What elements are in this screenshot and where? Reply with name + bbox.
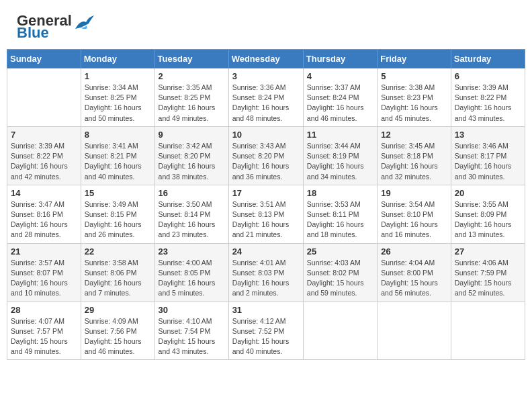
calendar-cell: 15Sunrise: 3:49 AM Sunset: 8:15 PM Dayli… [81, 185, 154, 243]
day-info: Sunrise: 3:58 AM Sunset: 8:06 PM Dayligh… [85, 258, 151, 299]
calendar-week-row: 1Sunrise: 3:34 AM Sunset: 8:25 PM Daylig… [7, 68, 525, 127]
calendar-cell: 26Sunrise: 4:04 AM Sunset: 8:00 PM Dayli… [378, 243, 451, 302]
day-number: 8 [85, 130, 151, 140]
day-info: Sunrise: 4:00 AM Sunset: 8:05 PM Dayligh… [159, 258, 225, 299]
day-info: Sunrise: 4:06 AM Sunset: 7:59 PM Dayligh… [455, 258, 521, 299]
day-number: 21 [11, 246, 77, 257]
calendar-cell: 12Sunrise: 3:45 AM Sunset: 8:18 PM Dayli… [378, 126, 451, 185]
column-header-thursday: Thursday [303, 50, 377, 68]
day-number: 9 [159, 130, 225, 140]
day-number: 12 [381, 130, 447, 140]
calendar-cell: 23Sunrise: 4:00 AM Sunset: 8:05 PM Dayli… [154, 243, 228, 302]
day-info: Sunrise: 3:55 AM Sunset: 8:09 PM Dayligh… [455, 199, 521, 240]
calendar-cell: 31Sunrise: 4:12 AM Sunset: 7:52 PM Dayli… [228, 302, 303, 360]
calendar-header-row: SundayMondayTuesdayWednesdayThursdayFrid… [7, 50, 525, 68]
day-number: 7 [11, 130, 77, 140]
logo-bird-icon [74, 14, 95, 33]
calendar-cell: 8Sunrise: 3:41 AM Sunset: 8:21 PM Daylig… [81, 126, 154, 185]
calendar-cell: 4Sunrise: 3:37 AM Sunset: 8:24 PM Daylig… [303, 68, 377, 127]
calendar-cell: 3Sunrise: 3:36 AM Sunset: 8:24 PM Daylig… [228, 68, 303, 127]
day-info: Sunrise: 3:46 AM Sunset: 8:17 PM Dayligh… [455, 141, 521, 182]
calendar-cell [378, 302, 451, 360]
day-number: 4 [307, 71, 373, 81]
calendar-cell [303, 302, 377, 360]
day-number: 5 [381, 71, 447, 81]
day-info: Sunrise: 3:35 AM Sunset: 8:25 PM Dayligh… [159, 83, 225, 124]
day-info: Sunrise: 4:12 AM Sunset: 7:52 PM Dayligh… [232, 316, 300, 357]
calendar-cell [7, 68, 81, 127]
day-info: Sunrise: 4:04 AM Sunset: 8:00 PM Dayligh… [381, 258, 447, 299]
column-header-saturday: Saturday [451, 50, 525, 68]
day-info: Sunrise: 3:34 AM Sunset: 8:25 PM Dayligh… [85, 83, 151, 124]
day-info: Sunrise: 4:03 AM Sunset: 8:02 PM Dayligh… [307, 258, 373, 299]
day-number: 23 [159, 246, 225, 257]
day-number: 16 [159, 188, 225, 198]
day-number: 19 [381, 188, 447, 198]
day-info: Sunrise: 3:44 AM Sunset: 8:19 PM Dayligh… [307, 141, 373, 182]
day-info: Sunrise: 3:39 AM Sunset: 8:22 PM Dayligh… [455, 83, 521, 124]
calendar-cell: 5Sunrise: 3:38 AM Sunset: 8:23 PM Daylig… [378, 68, 451, 127]
day-info: Sunrise: 3:36 AM Sunset: 8:24 PM Dayligh… [232, 83, 300, 124]
calendar-cell: 1Sunrise: 3:34 AM Sunset: 8:25 PM Daylig… [81, 68, 154, 127]
day-info: Sunrise: 3:39 AM Sunset: 8:22 PM Dayligh… [11, 141, 77, 182]
calendar-cell: 7Sunrise: 3:39 AM Sunset: 8:22 PM Daylig… [7, 126, 81, 185]
calendar-cell: 29Sunrise: 4:09 AM Sunset: 7:56 PM Dayli… [81, 302, 154, 360]
day-info: Sunrise: 3:41 AM Sunset: 8:21 PM Dayligh… [85, 141, 151, 182]
day-number: 27 [455, 246, 521, 257]
day-number: 24 [232, 246, 300, 257]
day-info: Sunrise: 3:57 AM Sunset: 8:07 PM Dayligh… [11, 258, 77, 299]
calendar-cell: 16Sunrise: 3:50 AM Sunset: 8:14 PM Dayli… [154, 185, 228, 243]
day-number: 22 [85, 246, 151, 257]
day-number: 10 [232, 130, 300, 140]
day-info: Sunrise: 3:53 AM Sunset: 8:11 PM Dayligh… [307, 199, 373, 240]
day-number: 31 [232, 305, 300, 315]
day-info: Sunrise: 3:50 AM Sunset: 8:14 PM Dayligh… [159, 199, 225, 240]
column-header-tuesday: Tuesday [154, 50, 228, 68]
logo: General Blue [17, 13, 95, 40]
calendar-cell: 27Sunrise: 4:06 AM Sunset: 7:59 PM Dayli… [451, 243, 525, 302]
day-info: Sunrise: 3:51 AM Sunset: 8:13 PM Dayligh… [232, 199, 300, 240]
calendar-cell: 14Sunrise: 3:47 AM Sunset: 8:16 PM Dayli… [7, 185, 81, 243]
calendar-cell: 28Sunrise: 4:07 AM Sunset: 7:57 PM Dayli… [7, 302, 81, 360]
calendar-cell: 20Sunrise: 3:55 AM Sunset: 8:09 PM Dayli… [451, 185, 525, 243]
day-info: Sunrise: 3:49 AM Sunset: 8:15 PM Dayligh… [85, 199, 151, 240]
day-info: Sunrise: 4:10 AM Sunset: 7:54 PM Dayligh… [159, 316, 225, 357]
day-number: 20 [455, 188, 521, 198]
day-info: Sunrise: 3:38 AM Sunset: 8:23 PM Dayligh… [381, 83, 447, 124]
day-number: 29 [85, 305, 151, 315]
day-info: Sunrise: 4:07 AM Sunset: 7:57 PM Dayligh… [11, 316, 77, 357]
day-number: 13 [455, 130, 521, 140]
page-header: General Blue [7, 7, 525, 44]
calendar-table: SundayMondayTuesdayWednesdayThursdayFrid… [7, 49, 525, 360]
calendar-cell: 11Sunrise: 3:44 AM Sunset: 8:19 PM Dayli… [303, 126, 377, 185]
day-info: Sunrise: 3:54 AM Sunset: 8:10 PM Dayligh… [381, 199, 447, 240]
column-header-monday: Monday [81, 50, 154, 68]
day-info: Sunrise: 3:42 AM Sunset: 8:20 PM Dayligh… [159, 141, 225, 182]
column-header-friday: Friday [378, 50, 451, 68]
calendar-week-row: 14Sunrise: 3:47 AM Sunset: 8:16 PM Dayli… [7, 185, 525, 243]
calendar-cell: 18Sunrise: 3:53 AM Sunset: 8:11 PM Dayli… [303, 185, 377, 243]
day-number: 11 [307, 130, 373, 140]
column-header-sunday: Sunday [7, 50, 81, 68]
calendar-cell: 19Sunrise: 3:54 AM Sunset: 8:10 PM Dayli… [378, 185, 451, 243]
day-number: 15 [85, 188, 151, 198]
calendar-week-row: 28Sunrise: 4:07 AM Sunset: 7:57 PM Dayli… [7, 302, 525, 360]
day-number: 18 [307, 188, 373, 198]
day-info: Sunrise: 3:43 AM Sunset: 8:20 PM Dayligh… [232, 141, 300, 182]
day-info: Sunrise: 3:45 AM Sunset: 8:18 PM Dayligh… [381, 141, 447, 182]
logo-container: General Blue [17, 13, 95, 40]
day-number: 2 [159, 71, 225, 81]
calendar-cell: 22Sunrise: 3:58 AM Sunset: 8:06 PM Dayli… [81, 243, 154, 302]
day-number: 26 [381, 246, 447, 257]
calendar-cell: 25Sunrise: 4:03 AM Sunset: 8:02 PM Dayli… [303, 243, 377, 302]
calendar-week-row: 21Sunrise: 3:57 AM Sunset: 8:07 PM Dayli… [7, 243, 525, 302]
column-header-wednesday: Wednesday [228, 50, 303, 68]
calendar-cell: 6Sunrise: 3:39 AM Sunset: 8:22 PM Daylig… [451, 68, 525, 127]
day-number: 25 [307, 246, 373, 257]
calendar-cell: 21Sunrise: 3:57 AM Sunset: 8:07 PM Dayli… [7, 243, 81, 302]
calendar-cell: 10Sunrise: 3:43 AM Sunset: 8:20 PM Dayli… [228, 126, 303, 185]
day-number: 3 [232, 71, 300, 81]
day-number: 14 [11, 188, 77, 198]
calendar-cell: 24Sunrise: 4:01 AM Sunset: 8:03 PM Dayli… [228, 243, 303, 302]
calendar-cell: 17Sunrise: 3:51 AM Sunset: 8:13 PM Dayli… [228, 185, 303, 243]
